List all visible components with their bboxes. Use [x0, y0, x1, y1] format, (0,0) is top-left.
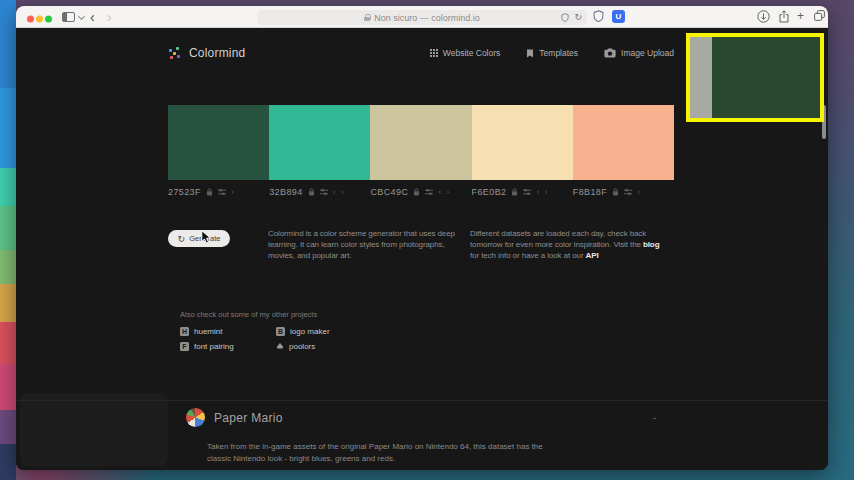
hex-value: CBC49C: [370, 187, 408, 197]
chevron-down-icon[interactable]: [78, 13, 85, 20]
move-left-icon[interactable]: ‹: [438, 188, 441, 196]
nav-website-colors[interactable]: Website Colors: [430, 48, 500, 58]
move-right-icon[interactable]: ›: [231, 188, 234, 196]
site-header: Colormind Website Colors Templates Image…: [168, 45, 674, 61]
close-button[interactable]: [27, 16, 34, 23]
dataset-header[interactable]: Paper Mario -: [186, 408, 656, 427]
brand[interactable]: Colormind: [168, 46, 246, 60]
nav-image-upload[interactable]: Image Upload: [604, 48, 674, 58]
nav-templates[interactable]: Templates: [526, 48, 578, 58]
back-button[interactable]: ‹: [90, 7, 95, 27]
about-paragraph-1: Colormind is a color scheme generator th…: [268, 228, 458, 262]
dataset-description: Taken from the in-game assets of the ori…: [207, 441, 552, 464]
dataset-title: Paper Mario: [214, 411, 283, 425]
color-swatch-5[interactable]: [573, 105, 674, 180]
api-link[interactable]: API: [586, 251, 599, 260]
nav-label: Website Colors: [443, 48, 500, 58]
desktop-wallpaper-stripes: [0, 0, 16, 480]
reload-icon[interactable]: ↻: [574, 12, 582, 23]
project-logo-maker[interactable]: B logo maker: [276, 327, 330, 336]
downloads-icon[interactable]: [757, 10, 770, 23]
lock-icon[interactable]: [511, 188, 518, 196]
new-tab-icon[interactable]: +: [797, 9, 804, 23]
camera-icon: [604, 48, 616, 58]
extension-badge[interactable]: U: [612, 10, 625, 23]
sliders-icon[interactable]: [425, 188, 433, 196]
color-swatch-3[interactable]: [370, 105, 471, 180]
move-right-icon[interactable]: ›: [446, 188, 449, 196]
hex-cell: F8B18F ‹: [573, 187, 674, 197]
insecure-lock-icon: [364, 14, 370, 21]
paper-mario-avatar: [186, 408, 205, 427]
move-right-icon[interactable]: ›: [544, 188, 547, 196]
browser-titlebar: ‹ › Non sicuro — colormind.io ↻ U +: [16, 6, 828, 28]
project-label: poolors: [289, 342, 315, 351]
project-huemint[interactable]: H huemint: [180, 327, 276, 336]
forward-button[interactable]: ›: [107, 7, 112, 27]
mouse-cursor: [201, 230, 211, 244]
hex-value: 32B894: [269, 187, 302, 197]
nav-label: Image Upload: [621, 48, 674, 58]
share-icon[interactable]: [779, 10, 789, 23]
about-p2-text: Different datasets are loaded each day, …: [470, 229, 646, 249]
poolors-icon: [276, 343, 284, 350]
sliders-icon[interactable]: [523, 188, 531, 196]
sliders-icon[interactable]: [218, 188, 226, 196]
site-nav: Website Colors Templates Image Upload: [430, 48, 674, 58]
projects-heading: Also check out some of my other projects: [180, 310, 330, 319]
hex-value: 27523F: [168, 187, 201, 197]
move-left-icon[interactable]: ‹: [637, 188, 640, 196]
move-left-icon[interactable]: ‹: [333, 188, 336, 196]
hex-value: F8B18F: [573, 187, 607, 197]
grid-icon: [430, 49, 432, 51]
lock-icon[interactable]: [206, 188, 213, 196]
hex-cell: 27523F ›: [168, 187, 269, 197]
project-font-pairing[interactable]: F font pairing: [180, 342, 276, 351]
address-bar[interactable]: Non sicuro — colormind.io ↻: [257, 10, 587, 25]
tab-overview-icon[interactable]: [814, 10, 825, 21]
fullscreen-button[interactable]: [45, 16, 52, 23]
dataset-drawer-card: [20, 393, 168, 466]
collapse-dash-icon[interactable]: -: [653, 412, 656, 423]
tracker-shield-icon: [561, 13, 569, 22]
hex-cell: CBC49C ‹ ›: [370, 187, 471, 197]
about-paragraph-2: Different datasets are loaded each day, …: [470, 228, 670, 262]
color-palette: [168, 105, 674, 180]
move-right-icon[interactable]: ›: [341, 188, 344, 196]
blog-link[interactable]: blog: [643, 240, 659, 249]
move-left-icon[interactable]: ‹: [536, 188, 539, 196]
highlight-overlay-green-region: [712, 37, 820, 118]
project-label: font pairing: [194, 342, 234, 351]
lock-icon[interactable]: [612, 188, 619, 196]
hex-cell: 32B894 ‹ ›: [269, 187, 370, 197]
hex-cell: F6E0B2 ‹ ›: [472, 187, 573, 197]
huemint-icon: H: [180, 327, 189, 336]
project-label: logo maker: [290, 327, 330, 336]
hex-value: F6E0B2: [472, 187, 507, 197]
project-poolors[interactable]: poolors: [276, 342, 330, 351]
generate-button[interactable]: ↻ Generate: [168, 230, 230, 247]
bookmark-icon: [526, 49, 534, 58]
section-divider: [16, 400, 828, 401]
project-label: huemint: [194, 327, 222, 336]
sidebar-toggle-icon[interactable]: [62, 12, 75, 22]
lock-icon[interactable]: [413, 188, 420, 196]
privacy-shield-icon[interactable]: [593, 10, 604, 22]
highlight-overlay-gray-region: [690, 37, 712, 118]
minimize-button[interactable]: [36, 16, 43, 23]
url-text: Non sicuro — colormind.io: [374, 13, 480, 23]
color-swatch-1[interactable]: [168, 105, 269, 180]
sliders-icon[interactable]: [624, 188, 632, 196]
font-pairing-icon: F: [180, 342, 189, 351]
refresh-icon: ↻: [178, 234, 186, 244]
lock-icon[interactable]: [308, 188, 315, 196]
other-projects-section: Also check out some of my other projects…: [180, 310, 330, 351]
sliders-icon[interactable]: [320, 188, 328, 196]
nav-label: Templates: [539, 48, 578, 58]
color-swatch-4[interactable]: [472, 105, 573, 180]
about-p2-text: for tech info or have a look at our: [470, 251, 586, 260]
brand-name: Colormind: [189, 46, 246, 60]
color-swatch-2[interactable]: [269, 105, 370, 180]
highlight-overlay: [686, 33, 824, 122]
colormind-logo-icon: [168, 47, 181, 60]
